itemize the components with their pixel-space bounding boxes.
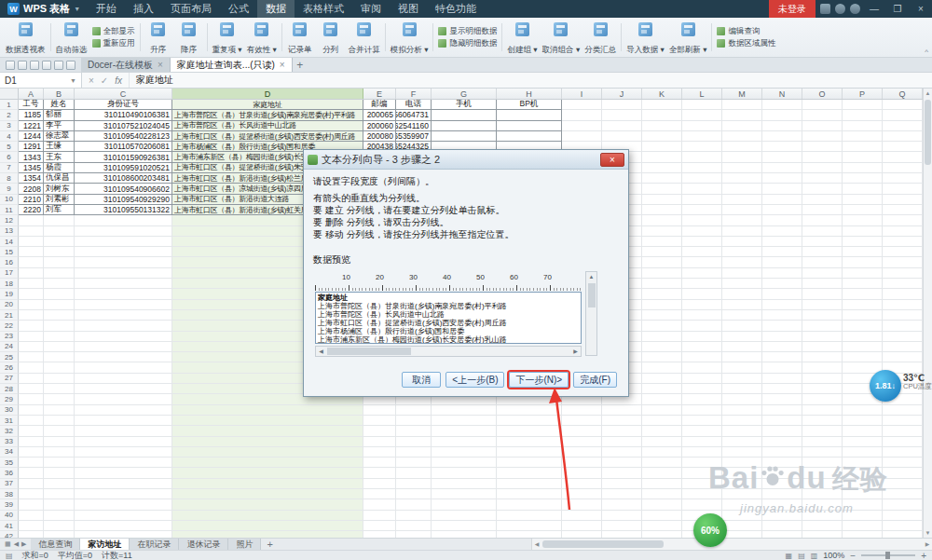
cell-J39[interactable] <box>602 499 642 510</box>
cell-G31[interactable] <box>432 416 497 426</box>
cell-K10[interactable] <box>642 195 682 205</box>
cell-F34[interactable] <box>396 447 432 458</box>
cell-E31[interactable] <box>363 416 396 426</box>
ruler-ticks[interactable] <box>315 285 582 291</box>
cell-Q25[interactable] <box>883 352 923 362</box>
cell-G1[interactable]: 手机 <box>432 100 497 110</box>
cell-Q31[interactable] <box>883 416 923 426</box>
preview-scroll-left-icon[interactable]: ◀ <box>316 347 326 356</box>
cell-E42[interactable] <box>363 531 396 538</box>
cell-J2[interactable] <box>602 110 642 120</box>
row-header-1[interactable]: 1 <box>0 100 19 110</box>
cell-C31[interactable] <box>75 416 172 426</box>
cell-G42[interactable] <box>432 531 497 538</box>
tab-close-icon[interactable]: × <box>280 60 285 70</box>
cell-L17[interactable] <box>682 268 722 279</box>
cell-P33[interactable] <box>843 437 883 447</box>
cell-Q14[interactable] <box>883 237 923 247</box>
cell-B6[interactable]: 王东 <box>44 152 75 162</box>
cell-M31[interactable] <box>722 416 762 426</box>
cell-H41[interactable] <box>497 521 562 531</box>
cell-O28[interactable] <box>802 384 843 394</box>
cell-A4[interactable]: 1244 <box>19 131 44 142</box>
cell-I30[interactable] <box>562 405 602 416</box>
cell-L30[interactable] <box>682 405 722 416</box>
page-layout-view-icon[interactable]: ▤ <box>798 552 805 560</box>
cell-Q33[interactable] <box>883 437 923 447</box>
row-header-8[interactable]: 8 <box>0 173 19 184</box>
cell-M42[interactable] <box>722 531 762 538</box>
cell-A10[interactable]: 2210 <box>19 195 44 205</box>
cell-E39[interactable] <box>363 499 396 510</box>
help-icon[interactable] <box>850 4 860 14</box>
cell-B41[interactable] <box>44 521 75 531</box>
row-header-17[interactable]: 17 <box>0 268 19 279</box>
cell-A12[interactable] <box>19 215 44 225</box>
cell-C12[interactable] <box>75 215 172 225</box>
cell-I4[interactable] <box>562 131 602 142</box>
cell-C28[interactable] <box>75 384 172 394</box>
cell-B30[interactable] <box>44 405 75 416</box>
cell-C23[interactable] <box>75 332 172 342</box>
cell-A19[interactable] <box>19 289 44 299</box>
cell-E32[interactable] <box>363 426 396 436</box>
document-tab-0[interactable]: Docer-在线模板× <box>81 58 171 72</box>
cell-D41[interactable] <box>172 521 363 531</box>
cell-B17[interactable] <box>44 268 75 279</box>
cell-N1[interactable] <box>762 100 802 110</box>
cell-L29[interactable] <box>682 394 722 404</box>
consolidate-button[interactable]: 合并计算 <box>347 20 382 55</box>
cell-K23[interactable] <box>642 332 682 342</box>
cell-Q7[interactable] <box>883 163 923 173</box>
cell-O29[interactable] <box>802 394 843 404</box>
row-header-41[interactable]: 41 <box>0 521 19 531</box>
cell-J37[interactable] <box>602 479 642 489</box>
ungroup-button[interactable]: 取消组合 ▾ <box>541 20 582 55</box>
row-header-6[interactable]: 6 <box>0 152 19 162</box>
cell-H3[interactable] <box>497 121 562 131</box>
cell-Q10[interactable] <box>883 195 923 205</box>
cell-E2[interactable]: 200065 <box>363 110 396 120</box>
cell-M2[interactable] <box>722 110 762 120</box>
cell-M9[interactable] <box>722 184 762 194</box>
confirm-entry-icon[interactable]: ✓ <box>101 75 108 86</box>
cell-A17[interactable] <box>19 268 44 279</box>
cell-N11[interactable] <box>762 205 802 215</box>
cell-K35[interactable] <box>642 458 682 468</box>
cell-O5[interactable] <box>802 142 843 152</box>
row-header-10[interactable]: 10 <box>0 195 19 205</box>
cell-A34[interactable] <box>19 447 44 458</box>
cell-C22[interactable] <box>75 321 172 331</box>
cell-N28[interactable] <box>762 384 802 394</box>
cell-O33[interactable] <box>802 437 843 447</box>
cell-D32[interactable] <box>172 426 363 436</box>
cell-K25[interactable] <box>642 352 682 362</box>
cell-K24[interactable] <box>642 342 682 352</box>
cell-L20[interactable] <box>682 300 722 310</box>
cell-C24[interactable] <box>75 342 172 352</box>
cell-A13[interactable] <box>19 226 44 237</box>
cell-N5[interactable] <box>762 142 802 152</box>
cell-Q6[interactable] <box>883 152 923 162</box>
menu-tab-0[interactable]: 开始 <box>88 0 125 18</box>
cell-K12[interactable] <box>642 215 682 225</box>
cell-O8[interactable] <box>802 173 843 184</box>
cell-Q15[interactable] <box>883 247 923 257</box>
cell-Q20[interactable] <box>883 300 923 310</box>
dialog-titlebar[interactable]: 文本分列向导 - 3 步骤之 2 × <box>304 150 628 170</box>
cell-H2[interactable] <box>497 110 562 120</box>
row-header-26[interactable]: 26 <box>0 362 19 373</box>
cell-A42[interactable] <box>19 531 44 538</box>
cell-P34[interactable] <box>843 447 883 458</box>
row-header-34[interactable]: 34 <box>0 447 19 458</box>
cell-L10[interactable] <box>682 195 722 205</box>
cell-A39[interactable] <box>19 499 44 510</box>
skin-icon[interactable] <box>820 4 830 14</box>
notification-icon[interactable] <box>835 4 845 14</box>
cell-F36[interactable] <box>396 468 432 478</box>
column-header-H[interactable]: H <box>497 89 562 99</box>
row-header-39[interactable]: 39 <box>0 499 19 510</box>
cell-I1[interactable] <box>562 100 602 110</box>
normal-view-icon[interactable]: ▦ <box>786 552 793 560</box>
cell-I32[interactable] <box>562 426 602 436</box>
